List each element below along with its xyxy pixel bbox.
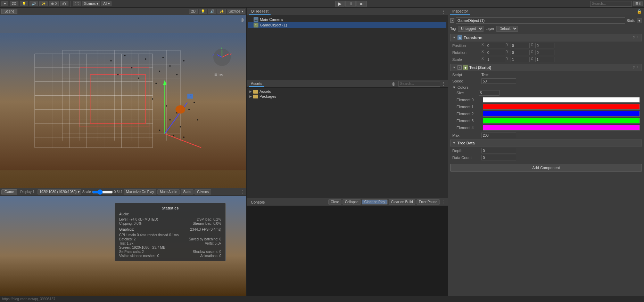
game-content: Statistics Audio: Level: -74.8 dB (MUTED… [0,196,246,296]
toolbar-search-input[interactable] [590,1,632,7]
stats-dsp: DSP load: 0.2% [197,217,221,221]
play-button[interactable]: ▶ [335,1,345,7]
scale-x-input[interactable] [486,57,505,62]
scale-z-input[interactable] [535,57,554,62]
scene-tab[interactable]: Scene [1,9,17,14]
resolution-dropdown[interactable]: 1920*1080 (1920x1080) ▾ [38,189,81,194]
scene-audio-btn[interactable]: 🔊 [208,9,216,14]
rot-y-label: Y [506,50,510,55]
color-swatch-1[interactable] [483,104,640,110]
test-script-header[interactable]: ▼ ◆ Test (Script) ? ⋮ [450,64,642,71]
scale-slider[interactable] [92,189,113,195]
go-active-checkbox[interactable] [450,18,454,23]
list-item-gameobject[interactable]: ⬡ GameObject (1) [248,22,446,28]
add-component-btn[interactable]: Add Component [450,164,642,172]
max-input[interactable] [481,133,516,138]
test-script-active-cb[interactable] [457,65,462,70]
asset-label-assets: Assets [259,89,271,94]
test-collapse-icon: ▼ [453,66,456,69]
game-tab[interactable]: Game [1,189,17,194]
assets-tab[interactable]: Assets [249,81,264,87]
toolbar-layers-btn[interactable]: ☰8 [633,1,643,6]
list-item-main-camera[interactable]: 📷 Main Camera [248,17,446,22]
transform-menu-icon[interactable]: ⋮ [636,36,639,40]
toolbar-light-btn[interactable]: 💡 [20,1,28,6]
colors-size-input[interactable] [479,90,499,96]
gizmos-game-btn[interactable]: Gizmos [195,189,211,194]
hierarchy-tab[interactable]: QTreeTest [249,8,271,15]
scale-label: Scale [82,190,91,194]
toolbar-gizmos-dropdown[interactable]: Gizmos ▾ [82,1,100,6]
rot-z-input[interactable] [535,50,554,55]
rot-y-input[interactable] [511,50,530,55]
toolbar-2d-btn[interactable]: 2D [10,1,18,6]
colors-array-header[interactable]: ▼ Colors [452,85,640,89]
assets-menu-icon[interactable]: ⋮ [441,81,446,86]
color-swatch-2[interactable] [483,111,640,117]
scale-y-input[interactable] [511,57,530,62]
assets-search[interactable] [398,81,440,87]
rot-x-input[interactable] [486,50,505,55]
layer-dropdown[interactable]: Default [496,26,518,32]
scene-light-btn[interactable]: 💡 [199,9,207,14]
clear-btn[interactable]: Clear [328,199,341,205]
data-count-input[interactable] [481,155,516,160]
transform-component-header[interactable]: ▼ ⊕ Transform ? ⋮ [450,34,642,41]
tag-dropdown[interactable]: Untagged [458,26,484,32]
toolbar-search-btn[interactable]: ±Y [60,1,68,6]
scene-fx-btn[interactable]: ✨ [217,9,226,14]
toolbar-fx-btn[interactable]: ✨ [39,1,48,6]
pos-z-input[interactable] [535,43,554,48]
svg-rect-0 [0,33,246,170]
collapse-btn[interactable]: Collapse [342,199,361,205]
stats-batches: Batches: 2 [119,237,135,241]
scene-2d-btn[interactable]: 2D [189,9,198,14]
test-menu-icon[interactable]: ⋮ [636,66,639,70]
error-pause-btn[interactable]: Error Pause [416,199,440,205]
svg-point-49 [169,119,171,120]
depth-input[interactable] [481,148,516,153]
console-menu-icon[interactable]: ⋮ [441,199,446,205]
assets-plus-icon[interactable]: ⊕ [391,81,396,87]
go-static-dropdown[interactable]: ▾ [637,18,642,23]
game-menu-icon[interactable]: ⋮ [241,190,245,194]
transform-help-icon[interactable]: ? [633,36,635,40]
color-element-1: Element 1 [452,103,640,110]
svg-point-47 [166,105,167,106]
toolbar-audio-btn[interactable]: 🔊 [30,1,38,6]
main-layout: Scene 2D 💡 🔊 ✨ Gizmos ▾ ⊕ [0,8,644,296]
pause-button[interactable]: ⏸ [345,1,356,7]
mute-audio-btn[interactable]: Mute Audio [157,189,180,194]
test-help-icon[interactable]: ? [633,66,635,70]
go-header-row: Static ▾ [450,17,642,24]
toolbar-all-dropdown[interactable]: All ▾ [101,1,112,6]
pos-x-input[interactable] [486,43,505,48]
tree-data-header[interactable]: ▼ Tree Data [450,140,642,146]
clear-on-play-btn[interactable]: Clear on Play [362,199,388,205]
console-tab[interactable]: Console [249,199,267,205]
toolbar-hidden-btn[interactable]: ⊕ 0 [49,1,59,6]
scene-gizmos-dropdown[interactable]: Gizmos ▾ [227,9,245,14]
asset-item-assets[interactable]: ▶ Assets [248,89,446,94]
speed-input[interactable] [481,78,516,84]
stats-popup: Statistics Audio: Level: -74.8 dB (MUTED… [115,203,226,261]
step-button[interactable]: ⏭ [356,1,367,7]
toolbar-transform-tool[interactable]: ✦ [1,1,8,6]
pos-y-input[interactable] [511,43,530,48]
asset-item-packages[interactable]: ▶ Packages [248,94,446,99]
lock-icon[interactable]: 🔒 [637,9,642,14]
assets-arrow: ▶ [249,90,252,93]
color-swatch-4[interactable] [483,125,640,130]
clear-on-build-btn[interactable]: Clear on Build [389,199,415,205]
stats-btn[interactable]: Stats [181,189,193,194]
stats-screen-row: Screen: 1920x1080 - 23.7 MB [119,246,221,249]
rotation-row: Rotation X Y Z [450,49,642,56]
color-swatch-3[interactable] [483,118,640,124]
toolbar-transform-mode[interactable]: ⛶ [73,1,81,6]
maximize-on-play-btn[interactable]: Maximize On Play [124,189,157,194]
color-swatch-0[interactable] [483,97,640,103]
color-element-3: Element 3 [452,117,640,124]
go-name-input[interactable] [456,17,625,24]
hierarchy-menu-icon[interactable]: ⋮ [441,9,446,14]
inspector-tab[interactable]: Inspector [450,8,470,15]
